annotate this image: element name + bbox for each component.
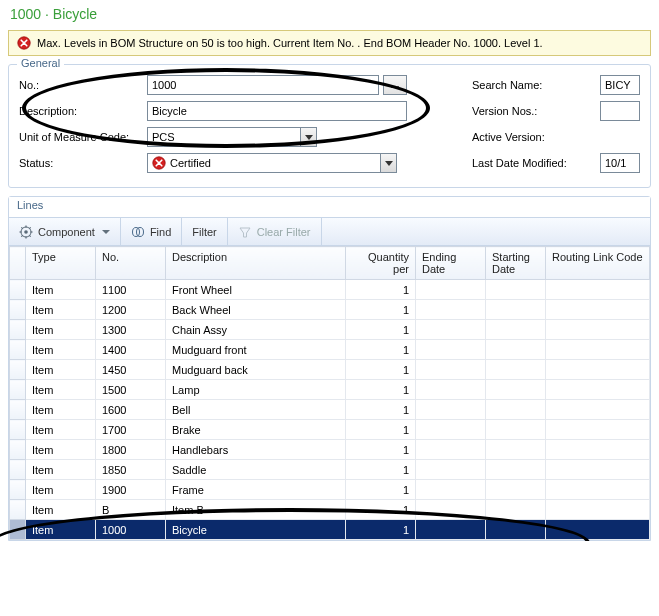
table-row[interactable]: Item1450Mudguard back1 — [10, 360, 650, 380]
cell-ending-date[interactable] — [416, 520, 486, 540]
cell-starting-date[interactable] — [486, 520, 546, 540]
col-qty-per[interactable]: Quantity per — [346, 247, 416, 280]
cell-ending-date[interactable] — [416, 320, 486, 340]
cell-routing[interactable] — [546, 380, 650, 400]
status-dropdown-button[interactable] — [380, 154, 396, 172]
cell-type[interactable]: Item — [26, 320, 96, 340]
cell-no[interactable]: 1800 — [96, 440, 166, 460]
cell-no[interactable]: 1900 — [96, 480, 166, 500]
cell-qty-per[interactable]: 1 — [346, 440, 416, 460]
cell-qty-per[interactable]: 1 — [346, 400, 416, 420]
col-ending-date[interactable]: Ending Date — [416, 247, 486, 280]
find-button[interactable]: Find — [121, 218, 182, 245]
cell-routing[interactable] — [546, 400, 650, 420]
cell-type[interactable]: Item — [26, 300, 96, 320]
cell-description[interactable]: Frame — [166, 480, 346, 500]
table-row[interactable]: Item1000Bicycle1 — [10, 520, 650, 540]
cell-no[interactable]: 1100 — [96, 280, 166, 300]
cell-starting-date[interactable] — [486, 340, 546, 360]
uom-dropdown-button[interactable] — [300, 128, 316, 146]
cell-ending-date[interactable] — [416, 460, 486, 480]
version-nos-field[interactable] — [600, 101, 640, 121]
row-header[interactable] — [10, 280, 26, 300]
cell-ending-date[interactable] — [416, 420, 486, 440]
cell-qty-per[interactable]: 1 — [346, 480, 416, 500]
cell-type[interactable]: Item — [26, 400, 96, 420]
cell-no[interactable]: B — [96, 500, 166, 520]
cell-description[interactable]: Bicycle — [166, 520, 346, 540]
col-rowhead[interactable] — [10, 247, 26, 280]
cell-qty-per[interactable]: 1 — [346, 340, 416, 360]
lines-grid[interactable]: Type No. Description Quantity per Ending… — [9, 246, 650, 540]
uom-select[interactable]: PCS — [147, 127, 317, 147]
cell-qty-per[interactable]: 1 — [346, 520, 416, 540]
cell-ending-date[interactable] — [416, 340, 486, 360]
cell-no[interactable]: 1200 — [96, 300, 166, 320]
cell-no[interactable]: 1000 — [96, 520, 166, 540]
cell-description[interactable]: Lamp — [166, 380, 346, 400]
cell-no[interactable]: 1850 — [96, 460, 166, 480]
cell-starting-date[interactable] — [486, 480, 546, 500]
cell-qty-per[interactable]: 1 — [346, 460, 416, 480]
row-header[interactable] — [10, 420, 26, 440]
cell-qty-per[interactable]: 1 — [346, 300, 416, 320]
cell-type[interactable]: Item — [26, 340, 96, 360]
cell-starting-date[interactable] — [486, 380, 546, 400]
cell-description[interactable]: Back Wheel — [166, 300, 346, 320]
cell-starting-date[interactable] — [486, 460, 546, 480]
cell-routing[interactable] — [546, 520, 650, 540]
cell-routing[interactable] — [546, 420, 650, 440]
row-header[interactable] — [10, 360, 26, 380]
cell-no[interactable]: 1300 — [96, 320, 166, 340]
row-header[interactable] — [10, 340, 26, 360]
cell-routing[interactable] — [546, 340, 650, 360]
row-header[interactable] — [10, 500, 26, 520]
row-header[interactable] — [10, 440, 26, 460]
cell-type[interactable]: Item — [26, 420, 96, 440]
cell-routing[interactable] — [546, 320, 650, 340]
table-row[interactable]: Item1700Brake1 — [10, 420, 650, 440]
row-header[interactable] — [10, 400, 26, 420]
cell-description[interactable]: Brake — [166, 420, 346, 440]
cell-starting-date[interactable] — [486, 300, 546, 320]
status-select[interactable]: Certified — [147, 153, 397, 173]
cell-qty-per[interactable]: 1 — [346, 420, 416, 440]
cell-type[interactable]: Item — [26, 520, 96, 540]
cell-type[interactable]: Item — [26, 480, 96, 500]
cell-qty-per[interactable]: 1 — [346, 320, 416, 340]
cell-type[interactable]: Item — [26, 280, 96, 300]
cell-routing[interactable] — [546, 440, 650, 460]
table-row[interactable]: ItemBItem B1 — [10, 500, 650, 520]
col-no[interactable]: No. — [96, 247, 166, 280]
cell-type[interactable]: Item — [26, 440, 96, 460]
cell-qty-per[interactable]: 1 — [346, 280, 416, 300]
table-row[interactable]: Item1850Saddle1 — [10, 460, 650, 480]
component-button[interactable]: Component — [9, 218, 121, 245]
cell-no[interactable]: 1400 — [96, 340, 166, 360]
cell-no[interactable]: 1700 — [96, 420, 166, 440]
cell-description[interactable]: Item B — [166, 500, 346, 520]
cell-starting-date[interactable] — [486, 440, 546, 460]
search-name-field[interactable] — [600, 75, 640, 95]
cell-type[interactable]: Item — [26, 460, 96, 480]
cell-routing[interactable] — [546, 280, 650, 300]
cell-starting-date[interactable] — [486, 500, 546, 520]
cell-type[interactable]: Item — [26, 360, 96, 380]
cell-starting-date[interactable] — [486, 320, 546, 340]
col-starting-date[interactable]: Starting Date — [486, 247, 546, 280]
cell-type[interactable]: Item — [26, 500, 96, 520]
cell-ending-date[interactable] — [416, 380, 486, 400]
cell-description[interactable]: Mudguard front — [166, 340, 346, 360]
cell-qty-per[interactable]: 1 — [346, 500, 416, 520]
description-field[interactable] — [147, 101, 407, 121]
cell-no[interactable]: 1450 — [96, 360, 166, 380]
col-description[interactable]: Description — [166, 247, 346, 280]
cell-starting-date[interactable] — [486, 420, 546, 440]
col-routing-link[interactable]: Routing Link Code — [546, 247, 650, 280]
filter-button[interactable]: Filter — [182, 218, 227, 245]
table-row[interactable]: Item1800Handlebars1 — [10, 440, 650, 460]
cell-routing[interactable] — [546, 500, 650, 520]
row-header[interactable] — [10, 380, 26, 400]
cell-ending-date[interactable] — [416, 300, 486, 320]
cell-description[interactable]: Saddle — [166, 460, 346, 480]
